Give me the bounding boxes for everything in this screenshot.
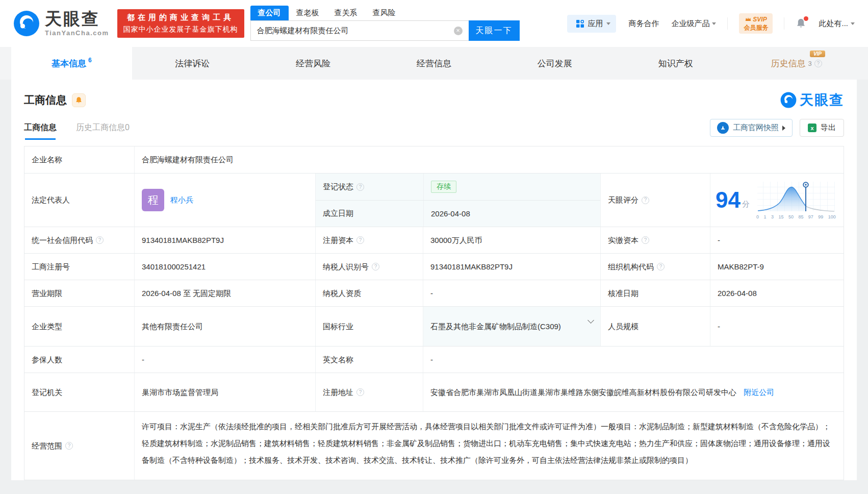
company-name-label: 企业名称 [24,146,134,173]
logo-domain: TianYanCha.com [45,29,109,37]
tab-operating-risk[interactable]: 经营风险 [253,47,374,80]
tab-basic-info-count: 6 [88,57,92,64]
notification-dot [804,16,808,21]
user-menu[interactable]: 此处有... [819,19,855,29]
apps-grid-icon [576,20,584,28]
paid-capital-label-cell: 实缴资本 [600,227,710,253]
legal-rep-link[interactable]: 程小兵 [170,194,193,206]
subtab-business-info[interactable]: 工商信息 [24,122,57,140]
help-icon[interactable] [814,60,822,67]
axis-tick: 3 [771,214,774,219]
reg-number-value: 340181000251421 [134,254,315,280]
search-type-tabs: 查公司 查老板 查关系 查风险 [250,6,520,20]
official-snapshot-button[interactable]: 工商官网快照 [710,119,793,137]
axis-tick: 97 [808,214,813,219]
business-scope-label: 经营范围 [32,440,62,452]
vip-badge: VIP [810,51,825,57]
nav-business-cooperation[interactable]: 商务合作 [628,19,659,29]
chevron-down-icon[interactable] [588,317,594,324]
axis-tick: 100 [828,214,836,219]
paid-capital-value: - [710,227,844,253]
tab-legal-proceedings[interactable]: 法律诉讼 [132,47,253,80]
tab-business-info[interactable]: 经营信息 [374,47,495,80]
score-label: 天眼评分 [608,194,639,206]
taxpayer-id-value: 91340181MAKB82PT9J [423,254,600,280]
nav-apps-button[interactable]: 应用 [567,15,616,33]
divider [727,17,728,30]
help-icon[interactable] [642,196,649,204]
axis-tick: 50 [788,214,794,219]
credit-code-label-cell: 统一社会信用代码 [24,227,134,253]
taxpayer-id-label: 纳税人识别号 [323,261,369,273]
export-label: 导出 [821,123,836,133]
tab-basic-info[interactable]: 基本信息 6 [11,47,132,80]
business-info-table: 企业名称 合肥海螺建材有限责任公司 法定代表人 程 程小兵 登记状态 存续 成立… [24,146,844,480]
org-code-label-cell: 组织机构代码 [600,254,710,280]
help-icon[interactable] [356,236,364,244]
tab-history-info[interactable]: VIP 历史信息 3 [736,47,857,80]
axis-tick: 99 [818,214,823,219]
search-button[interactable]: 天眼一下 [469,20,520,41]
help-icon[interactable] [356,388,364,396]
table-row: 登记机关 巢湖市市场监督管理局 注册地址 安徽省合肥市巢湖市凤凰山街道巢湖市巢维… [24,373,844,411]
notification-bell-icon[interactable] [796,18,806,29]
company-type-label: 企业类型 [24,307,134,346]
tianyancha-logo[interactable]: 天眼查 TianYanCha.com [13,10,109,37]
score-value-cell: 94 分 [710,174,844,227]
export-button[interactable]: 导出 [800,119,844,137]
reg-address-label-cell: 注册地址 [315,373,423,411]
help-icon[interactable] [657,263,665,270]
help-icon[interactable] [96,236,104,244]
axis-tick: 85 [798,214,803,219]
tab-risk-label: 经营风险 [296,58,330,69]
crown-icon [745,17,751,21]
insured-count-value: - [134,347,315,373]
approval-date-value: 2026-04-08 [710,280,844,306]
business-term-value: 2026-04-08 至 无固定期限 [134,280,315,306]
insured-count-label: 参保人数 [24,347,134,373]
tianyancha-watermark: 天眼查 [780,91,844,109]
help-icon[interactable] [372,263,379,270]
excel-icon [808,124,816,132]
top-header: 天眼查 TianYanCha.com 都在用的商业查询工具 国家中小企业发展子基… [0,0,868,47]
industry-value: 石墨及其他非金属矿物制品制造(C309) [430,320,561,333]
help-icon[interactable] [356,183,364,191]
nearby-companies-link[interactable]: 附近公司 [744,388,774,397]
tab-intellectual-property[interactable]: 知识产权 [615,47,736,80]
table-row: 企业类型 其他有限责任公司 国标行业 石墨及其他非金属矿物制品制造(C309) … [24,306,844,346]
search-tab-risk[interactable]: 查风险 [365,6,403,20]
subscribe-bell-icon[interactable] [72,93,86,107]
main-tabbar: 基本信息 6 法律诉讼 经营风险 经营信息 公司发展 知识产权 VIP 历史信息… [0,47,868,80]
reg-capital-label: 注册资本 [323,234,353,246]
tab-company-development[interactable]: 公司发展 [494,47,615,80]
search-tab-company[interactable]: 查公司 [250,6,289,20]
nav-enterprise-products[interactable]: 企业级产品 [671,19,716,29]
subtab-history-business-info[interactable]: 历史工商信息0 [76,122,130,140]
approval-date-label: 核准日期 [600,280,710,306]
brand-slogan-banner: 都在用的商业查询工具 国家中小企业发展子基金旗下机构 [117,9,244,38]
credit-code-label: 统一社会信用代码 [32,234,93,246]
help-icon[interactable] [642,236,649,244]
table-row: 参保人数 - 英文名称 - [24,346,844,373]
reg-address-value-cell: 安徽省合肥市巢湖市凤凰山街道巢湖市巢维路东侧安徽皖维高新材料股份有限公司研发中心… [423,373,844,411]
reg-capital-label-cell: 注册资本 [315,227,423,253]
tab-history-count: 3 [808,60,811,67]
search-input[interactable] [250,20,469,41]
industry-value-cell: 石墨及其他非金属矿物制品制造(C309) [423,307,600,346]
reg-capital-value: 30000万人民币 [423,227,600,253]
industry-label: 国标行业 [315,307,423,346]
taxpayer-id-label-cell: 纳税人识别号 [315,254,423,280]
company-type-value: 其他有限责任公司 [134,307,315,346]
clear-search-icon[interactable]: × [454,27,463,35]
table-row: 法定代表人 程 程小兵 登记状态 存续 成立日期 2026-04-08 天眼评分 [24,173,844,227]
table-row: 经营范围 许可项目：水泥生产（依法须经批准的项目，经相关部门批准后方可开展经营活… [24,411,844,480]
section-title: 工商信息 [24,93,67,107]
search-tab-relation[interactable]: 查关系 [327,6,365,20]
svip-member-button[interactable]: SVIP 会员服务 [739,13,773,34]
search-tab-boss[interactable]: 查老板 [289,6,327,20]
tab-ip-label: 知识产权 [658,58,693,69]
logo-title: 天眼查 [45,10,109,28]
top-nav: 应用 商务合作 企业级产品 SVIP 会员服务 此处有... [567,13,855,34]
org-code-value: MAKB82PT-9 [710,254,844,280]
help-icon[interactable] [65,442,73,450]
